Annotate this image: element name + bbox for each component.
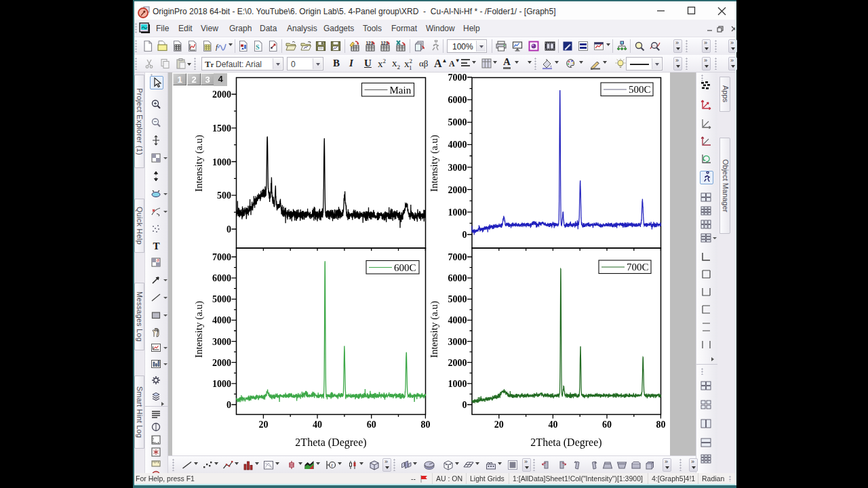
svg-text:2Theta (Degree): 2Theta (Degree) [295, 436, 366, 449]
svg-text:Main: Main [390, 85, 412, 96]
svg-text:S: S [256, 43, 260, 51]
svg-text:3000: 3000 [448, 337, 467, 347]
svg-text:6000: 6000 [448, 273, 467, 283]
svg-text:r: r [332, 463, 334, 468]
svg-text:T: T [153, 241, 160, 251]
svg-text:2000: 2000 [448, 358, 467, 368]
svg-text:6000: 6000 [212, 273, 231, 283]
svg-text:3000: 3000 [448, 163, 467, 173]
svg-text:5000: 5000 [448, 294, 467, 304]
svg-text:60: 60 [602, 420, 612, 430]
svg-text:40: 40 [548, 420, 557, 430]
svg-text:a: a [157, 258, 159, 262]
svg-text:5000: 5000 [212, 294, 231, 304]
svg-text:700C: 700C [627, 262, 649, 272]
svg-text:2000: 2000 [448, 185, 467, 195]
svg-text:20: 20 [494, 420, 504, 430]
svg-text:6000: 6000 [448, 95, 467, 105]
svg-text:1000: 1000 [212, 379, 231, 389]
svg-text:2000: 2000 [212, 358, 231, 368]
svg-text:2Theta (Degree): 2Theta (Degree) [530, 436, 601, 449]
svg-text:7000: 7000 [212, 252, 231, 262]
svg-text:Intensity (a.u): Intensity (a.u) [429, 301, 440, 358]
svg-text:7000: 7000 [448, 73, 467, 83]
svg-text:2000: 2000 [212, 89, 231, 100]
svg-text:1000: 1000 [448, 207, 467, 218]
svg-text:3000: 3000 [212, 337, 231, 347]
svg-text:500: 500 [217, 190, 231, 201]
svg-text:1000: 1000 [448, 379, 467, 389]
svg-text:4000: 4000 [448, 315, 467, 325]
svg-text:7000: 7000 [448, 252, 467, 262]
svg-text:Intensity (a.u): Intensity (a.u) [193, 135, 205, 192]
svg-text:80: 80 [656, 420, 665, 430]
svg-text:40: 40 [313, 420, 322, 430]
svg-text:20: 20 [258, 420, 268, 430]
svg-text:Intensity (a.u): Intensity (a.u) [429, 135, 440, 192]
svg-text:4000: 4000 [448, 140, 467, 150]
svg-text:1500: 1500 [212, 123, 231, 134]
svg-text:80: 80 [420, 420, 430, 430]
svg-text:0: 0 [226, 224, 231, 235]
svg-text:1000: 1000 [212, 157, 231, 167]
svg-text:5000: 5000 [448, 117, 467, 127]
svg-text:0: 0 [462, 400, 467, 410]
svg-text:600C: 600C [394, 262, 416, 273]
svg-text:0: 0 [462, 230, 467, 240]
svg-text:500C: 500C [629, 84, 651, 95]
svg-text:60: 60 [367, 420, 376, 430]
svg-text:0: 0 [226, 400, 231, 410]
svg-text:4000: 4000 [212, 315, 231, 325]
svg-text:Intensity (a.u): Intensity (a.u) [193, 301, 205, 358]
